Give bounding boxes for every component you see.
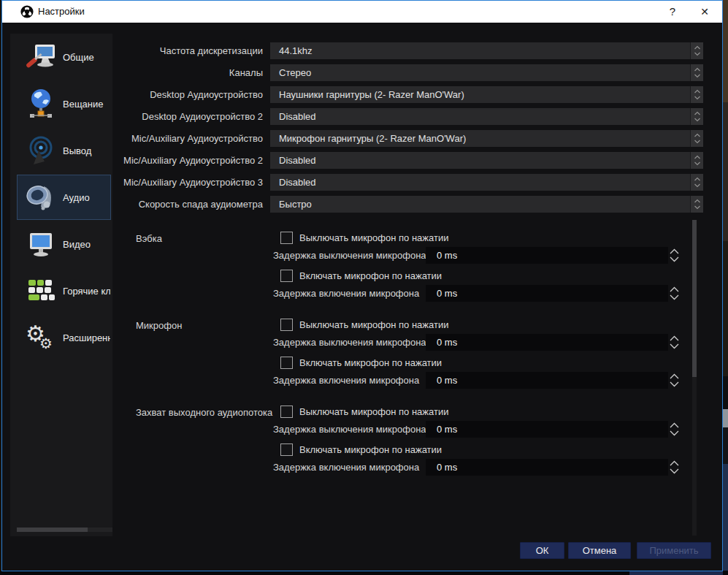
close-icon[interactable]: ✕ [693,1,716,23]
delay-spinbox[interactable]: 0 ms [426,334,668,351]
spinner-up-down-icon[interactable] [669,247,681,264]
spinbox-value: 0 ms [437,247,457,264]
desktop-audio-device-2-combobox[interactable]: Disabled [270,108,703,125]
desktop-background-bottom [0,571,728,575]
combobox-value: 44.1khz [279,42,313,59]
stream-icon [25,88,57,120]
checkbox[interactable] [280,232,293,244]
cancel-button[interactable]: Отмена [568,542,631,559]
desktop-background-right [723,0,728,575]
meter-decay-rate-combobox[interactable]: Быстро [270,196,703,213]
content-scrollbar[interactable] [692,220,697,377]
sidebar-item-advanced[interactable]: ⚙⚙ Расширенные [17,315,111,360]
apply-button[interactable]: Применить [637,542,711,559]
section-label: Захват выходного аудиопотока [136,405,272,420]
chevron-up-down-icon[interactable] [690,152,703,169]
audio-icon [25,181,57,213]
sidebar-hscrollbar[interactable] [17,528,88,532]
channels-combobox[interactable]: Стерео [270,64,703,81]
chevron-up-down-icon[interactable] [690,64,703,81]
chevron-up-down-icon[interactable] [690,174,703,191]
combobox-value: Стерео [279,64,311,81]
spinbox-value: 0 ms [437,459,457,476]
video-icon [25,228,57,260]
spin-label: Задержка включения микрофона [273,372,419,389]
checkbox[interactable] [280,357,293,369]
field-label: Desktop Аудиоустройство 2 [97,108,263,125]
field-label: Mic/Auxiliary Аудиоустройство 2 [97,152,263,169]
checkbox-label: Выключать микрофон по нажатии [299,317,448,332]
sidebar-hscrollbar-track[interactable] [17,528,112,532]
checkbox[interactable] [280,319,293,331]
chevron-up-down-icon[interactable] [690,86,703,103]
combobox-value: Disabled [279,152,316,169]
combobox-value: Микрофон гарнитуры (2- Razer ManO'War) [279,130,466,147]
desktop-audio-device-combobox[interactable]: Наушники гарнитуры (2- Razer ManO'War) [270,86,703,103]
general-icon [25,41,57,73]
help-button[interactable]: ? [662,1,683,23]
checkbox-label: Выключать микрофон по нажатии [299,230,448,245]
obs-logo-icon [20,5,34,18]
checkbox[interactable] [280,270,293,282]
field-label: Desktop Аудиоустройство [97,86,263,103]
spin-label: Задержка выключения микрофона [273,334,426,351]
delay-spinbox[interactable]: 0 ms [426,372,668,389]
delay-spinbox[interactable]: 0 ms [426,247,668,264]
sidebar-item-label: Горячие клавиши [63,286,111,297]
output-icon [25,134,57,167]
checkbox-label: Включать микрофон по нажатии [299,268,442,283]
combobox-value: Наушники гарнитуры (2- Razer ManO'War) [279,86,464,103]
delay-spinbox[interactable]: 0 ms [426,421,668,438]
spinbox-value: 0 ms [437,421,457,438]
titlebar: Настройки ? ✕ [2,1,722,23]
sidebar-item-label: Расширенные [63,332,111,343]
spin-label: Задержка включения микрофона [273,459,419,476]
spinner-up-down-icon[interactable] [669,285,681,302]
ok-button[interactable]: ОК [520,542,564,559]
sidebar-item-label: Общие [63,52,94,63]
section-label: Микрофон [136,318,182,333]
spinbox-value: 0 ms [437,285,457,302]
sidebar-item-hotkeys[interactable]: Горячие клавиши [17,268,111,313]
spinner-up-down-icon[interactable] [669,459,681,476]
spin-label: Задержка выключения микрофона [273,247,426,264]
sample-rate-combobox[interactable]: 44.1khz [270,42,703,59]
combobox-value: Disabled [279,108,316,125]
mic-aux-device-3-combobox[interactable]: Disabled [270,174,703,191]
chevron-up-down-icon[interactable] [690,42,703,59]
field-label: Скорость спада аудиометра [97,196,263,213]
spinner-up-down-icon[interactable] [669,421,681,438]
mic-aux-device-combobox[interactable]: Микрофон гарнитуры (2- Razer ManO'War) [270,130,703,147]
sidebar-item-label: Видео [63,239,91,250]
spinbox-value: 0 ms [437,334,457,351]
checkbox-label: Включать микрофон по нажатии [299,442,442,457]
settings-window: Настройки ? ✕ Общие [1,0,723,571]
checkbox[interactable] [280,443,293,456]
checkbox[interactable] [280,405,293,418]
combobox-value: Disabled [279,174,316,191]
spinner-up-down-icon[interactable] [669,334,681,351]
chevron-up-down-icon[interactable] [690,108,703,125]
spinner-up-down-icon[interactable] [669,372,681,389]
spin-label: Задержка выключения микрофона [273,421,426,438]
spinbox-value: 0 ms [437,372,457,389]
chevron-up-down-icon[interactable] [690,130,703,147]
field-label: Частота дискретизации [97,42,263,59]
field-label: Mic/Auxiliary Аудиоустройство 3 [97,174,263,191]
section-label: Вэбка [136,231,162,246]
sidebar-item-video[interactable]: Видео [17,221,111,267]
sidebar-item-label: Вывод [63,145,91,156]
delay-spinbox[interactable]: 0 ms [426,285,668,302]
checkbox-label: Включать микрофон по нажатии [299,355,442,370]
field-label: Каналы [97,64,263,81]
delay-spinbox[interactable]: 0 ms [426,459,668,476]
mic-aux-device-2-combobox[interactable]: Disabled [270,152,703,169]
hotkeys-icon [25,275,57,307]
field-label: Mic/Auxiliary Аудиоустройство [97,130,263,147]
spin-label: Задержка включения микрофона [273,285,419,302]
checkbox-label: Выключать микрофон по нажатии [299,404,448,419]
advanced-icon: ⚙⚙ [25,321,57,354]
chevron-up-down-icon[interactable] [690,196,703,213]
sidebar-item-label: Аудио [63,192,90,203]
combobox-value: Быстро [279,196,312,213]
